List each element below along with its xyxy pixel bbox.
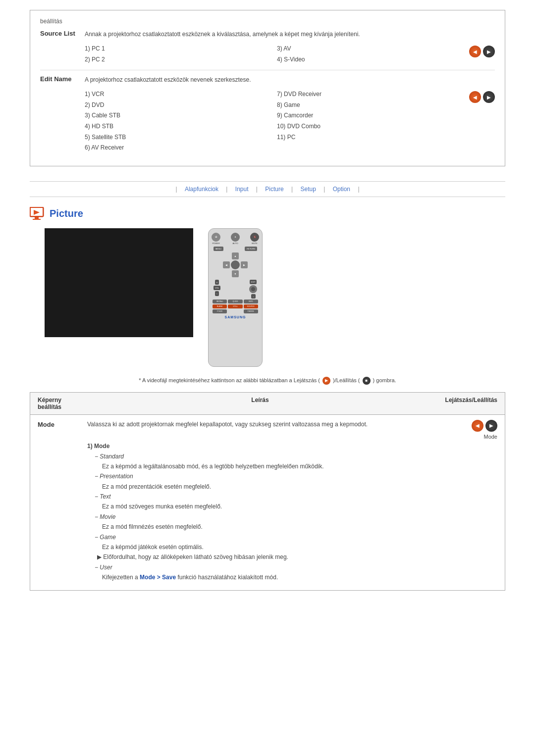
edit-name-icons: ◀ ▶ [469, 89, 495, 153]
nav-separator-right: | [358, 186, 359, 193]
source-list-label: Source List [40, 30, 85, 37]
nav-sep2: | [256, 186, 258, 193]
mode-user-label: − User [95, 562, 433, 572]
nav-link-option[interactable]: Option [333, 186, 350, 193]
remote-info-btn[interactable]: INFO [244, 300, 258, 303]
picture-title: Picture [50, 208, 83, 219]
remote-return-btn[interactable]: RETURN [245, 247, 257, 251]
remote-vol-label: VOL [214, 286, 220, 290]
source-list-items: 1) PC 1 2) PC 2 3) AV 4) S-Video ◀ ▶ [85, 44, 495, 65]
remote-dpad-right[interactable]: ▶ [241, 261, 248, 268]
edit-item-dvd-receiver: 7) DVD Receiver [277, 89, 469, 100]
mode-presentation-desc: Ez a mód prezentációk esetén megfelelő. [102, 482, 433, 492]
edit-item-pc: 11) PC [277, 132, 469, 143]
nav-sep3: | [291, 186, 293, 193]
remote-fmode-btn[interactable]: F.MODE [244, 309, 258, 313]
mode-game-label: − Game [95, 532, 433, 542]
remote-exit-btn[interactable]: EXIT [250, 280, 257, 284]
edit-name-items: 1) VCR 2) DVD 3) Cable STB 4) HD STB 5) … [85, 89, 495, 153]
picture-icon [30, 207, 46, 221]
edit-item-camcorder: 9) Camcorder [277, 110, 469, 121]
remote-source-btn[interactable]: SOURCE [244, 304, 258, 308]
remote-dpad-left[interactable]: ◀ [223, 261, 230, 268]
nav-separator-left: | [175, 186, 177, 193]
remote-dpad-down[interactable]: ▼ [232, 270, 239, 277]
svg-rect-2 [35, 217, 39, 219]
header-col3: Lejátszás/Leállítás [433, 397, 497, 410]
play-icon-inline: ▶ [322, 377, 330, 385]
remote-vol-minus[interactable]: − [215, 291, 219, 296]
svg-rect-3 [33, 219, 41, 220]
header-col2: Leírás [87, 397, 433, 410]
source-item-av: 3) AV [277, 44, 469, 54]
page-container: beállítás Source List Annak a projektorh… [0, 0, 535, 610]
remote-auto-btn[interactable]: A [231, 233, 240, 242]
picture-content: ⏻ POWER A AUTO 🔇 MUTE [30, 228, 505, 367]
nav-link-input[interactable]: Input [235, 186, 249, 193]
edit-item-hd-stb: 4) HD STB [85, 121, 277, 132]
mode-description: Valassza ki az adott projektornak megfel… [87, 420, 433, 429]
remote-vol-section: + VOL − [214, 280, 220, 299]
remote-mute-btn[interactable]: 🔇 [250, 233, 259, 242]
mode-icon-label: Mode [483, 434, 497, 440]
bottom-table: Képerny beállítás Leírás Lejátszás/Leáll… [30, 392, 505, 591]
source-list-prev-icon[interactable]: ◀ [469, 46, 481, 57]
nav-link-alapfunkciok[interactable]: Alapfunkciok [185, 186, 218, 193]
mode-standard-label: − Standard [95, 452, 433, 461]
source-list-col2: 3) AV 4) S-Video [277, 44, 469, 65]
mode-presentation-label: − Presentation [95, 471, 433, 481]
edit-name-desc-text: A projektorhoz csatlakoztatott eszközök … [85, 76, 251, 83]
mode-prev-icon[interactable]: ◀ [472, 420, 483, 432]
source-list-description: Annak a projektorhoz csatlakoztatott esz… [85, 30, 495, 39]
header-col1-line1: Képerny [38, 397, 87, 403]
header-col1: Képerny beállítás [38, 397, 87, 410]
remote-dpad-up[interactable]: ▲ [232, 252, 239, 259]
source-list-icons: ◀ ▶ [469, 44, 495, 65]
remote-still-btn[interactable]: STILL [228, 304, 242, 308]
source-list-next-icon[interactable]: ▶ [483, 46, 495, 57]
mode-1-label: 1) Mode [87, 441, 433, 451]
remote-mute-label: MUTE [252, 242, 257, 245]
remote-dpad: ▲ ▼ ◀ ▶ [223, 252, 248, 277]
nav-link-setup[interactable]: Setup [301, 186, 316, 193]
mode-user-desc: Kifejezetten a Mode > Save funkció haszn… [102, 572, 433, 582]
edit-name-row: Edit Name A projektorhoz csatlakoztatott… [40, 75, 495, 84]
edit-name-prev-icon[interactable]: ◀ [469, 91, 481, 103]
mode-text-label: − Text [95, 492, 433, 502]
remote-power-btn[interactable]: ⏻ [212, 233, 220, 242]
remote-samsung-label: SAMSUNG [225, 315, 246, 319]
mode-movie-label: − Movie [95, 512, 433, 522]
top-table: beállítás Source List Annak a projektorh… [30, 10, 505, 166]
remote-vol-plus[interactable]: + [215, 280, 219, 285]
remote-vol-down[interactable]: ⌄ [251, 294, 256, 299]
remote-menu-btn[interactable]: MENU [214, 247, 223, 251]
stop-icon-inline: ■ [363, 377, 371, 385]
nav-link-picture[interactable]: Picture [265, 186, 283, 193]
nav-sep4: | [323, 186, 325, 193]
source-list-col1: 1) PC 1 2) PC 2 [85, 44, 277, 65]
edit-item-dvd: 2) DVD [85, 100, 277, 111]
nav-sep1: | [226, 186, 227, 193]
header-col1-line2: beállítás [38, 403, 87, 410]
remote-quick-btn[interactable]: QUICK [228, 300, 242, 303]
nav-bar: | Alapfunkciok | Input | Picture | Setup… [30, 181, 505, 197]
mode-movie-desc: Ez a mód filmnézés esetén megfelelő. [102, 522, 433, 532]
remote-psize-btn[interactable]: P.SIZE [213, 309, 227, 313]
edit-item-game: 8) Game [277, 100, 469, 111]
remote-menu-row: MENU RETURN [212, 247, 259, 251]
edit-item-av-receiver: 6) AV Receiver [85, 143, 277, 153]
divider1 [40, 70, 495, 70]
picture-header: Picture [30, 207, 505, 221]
remote-blank-btn[interactable]: BLANK [213, 304, 227, 308]
mode-row-icons: ◀ ▶ Mode [433, 420, 497, 440]
remote-center-btn[interactable] [249, 285, 257, 293]
remote-dpad-center[interactable] [231, 260, 240, 269]
remote-top-row: ⏻ POWER A AUTO 🔇 MUTE [212, 233, 259, 245]
edit-name-label: Edit Name [40, 75, 85, 83]
mode-next-icon[interactable]: ▶ [485, 420, 497, 432]
remote-install-btn[interactable]: INSTALL [213, 300, 227, 303]
mode-icons-row: ◀ ▶ [472, 420, 497, 432]
source-item-svideo: 4) S-Video [277, 54, 469, 65]
remote-auto-label: AUTO [232, 242, 238, 245]
edit-name-next-icon[interactable]: ▶ [483, 91, 495, 103]
